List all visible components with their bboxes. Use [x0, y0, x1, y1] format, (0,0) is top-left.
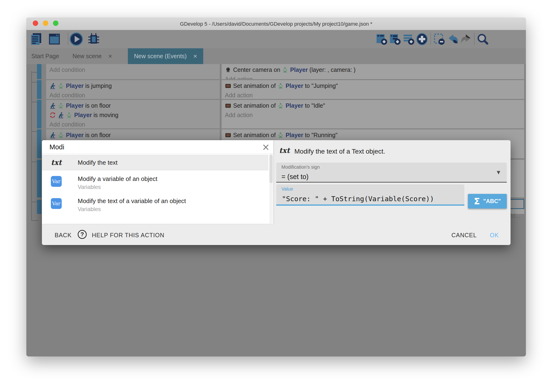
event-row[interactable]: Add conditionCenter camera on Player (la… — [26, 64, 526, 79]
event-line: Center camera on Player (layer: , camera… — [225, 65, 524, 74]
event-line: Add action — [225, 91, 524, 99]
add-link[interactable]: Add action — [225, 76, 253, 79]
event-text: (layer: , camera: ) — [308, 66, 356, 73]
add-comment-icon[interactable] — [402, 32, 415, 46]
help-button[interactable]: HELP FOR THIS ACTION — [90, 231, 166, 239]
add-link[interactable]: Add condition — [49, 92, 85, 99]
search-input[interactable] — [49, 142, 251, 152]
event-text: to "Running" — [303, 132, 338, 139]
help-icon[interactable]: ? — [78, 230, 87, 239]
project-manager-icon[interactable] — [29, 32, 44, 46]
field-value: = (set to) — [281, 173, 309, 181]
event-drag-handle[interactable] — [37, 160, 41, 197]
event-line: Set animation of Player to "Running" — [225, 130, 524, 140]
chevron-down-icon: ▼ — [497, 170, 500, 175]
event-text: Set animation of — [233, 132, 277, 139]
desktop: GDevelop 5 - /Users/david/Documents/GDev… — [0, 0, 552, 392]
add-link[interactable]: Add action — [225, 92, 253, 99]
search-bar: × — [42, 140, 273, 154]
list-item-subtitle: Variables — [78, 206, 101, 212]
animation-icon — [225, 132, 231, 138]
add-link[interactable]: Add condition — [49, 121, 85, 128]
conditions-cell[interactable]: Player is jumpingAdd condition — [46, 80, 220, 99]
tab-new-scene[interactable]: New scene × — [73, 48, 112, 64]
list-item-title: Modify the text — [78, 159, 117, 166]
add-new-icon[interactable] — [415, 32, 429, 46]
toolbar-divider — [430, 33, 431, 45]
list-item-title: Modify the text of a variable of an obje… — [78, 197, 186, 205]
play-icon[interactable] — [69, 32, 84, 46]
behavior-run-icon — [49, 103, 56, 109]
redo-icon[interactable] — [460, 32, 473, 46]
event-text: Set animation of — [233, 83, 277, 89]
list-item-modify-text-variable[interactable]: Var Modify the text of a variable of an … — [42, 193, 269, 215]
add-subevent-icon[interactable] — [389, 32, 401, 46]
player-icon — [58, 83, 64, 89]
dialog-header: Modify the text of a Text object. — [294, 148, 385, 155]
event-line: Player is on floor — [49, 101, 220, 110]
object-name: Player — [74, 112, 92, 119]
event-line: Add condition — [49, 65, 220, 74]
event-row[interactable]: Player is jumpingAdd conditionSet animat… — [26, 80, 526, 99]
value-input[interactable] — [281, 194, 458, 204]
add-link[interactable]: Add condition — [49, 66, 85, 73]
list-item-modify-text[interactable]: txt Modify the text — [42, 155, 269, 170]
actions-cell[interactable]: Set animation of Player to "Jumping"Add … — [222, 80, 524, 99]
object-name: Player — [66, 132, 84, 139]
close-tab-icon[interactable]: × — [193, 53, 197, 60]
event-drag-handle[interactable] — [37, 80, 41, 99]
animation-icon — [225, 83, 231, 89]
conditions-cell[interactable]: Add condition — [46, 64, 220, 79]
ok-button[interactable]: OK — [488, 231, 500, 239]
tab-start-page[interactable]: Start Page — [31, 48, 59, 64]
close-icon[interactable]: × — [262, 142, 270, 152]
list-scrollbar[interactable] — [269, 154, 273, 224]
abc-label: "ABC" — [483, 198, 501, 204]
delete-selection-icon[interactable] — [433, 32, 446, 46]
search-icon[interactable] — [476, 32, 489, 46]
event-text: is on floor — [84, 132, 111, 139]
conditions-cell[interactable]: Player is on floorPlayer is movingAdd co… — [46, 100, 220, 128]
tab-new-scene-events[interactable]: New scene (Events) × — [128, 48, 203, 64]
undo-icon[interactable] — [446, 32, 459, 46]
add-event-icon[interactable] — [375, 32, 388, 46]
event-row[interactable]: Player is on floorPlayer is movingAdd co… — [26, 100, 526, 128]
modification-sign-select[interactable]: Modification's sign = (set to) ▼ — [276, 162, 507, 182]
action-editor-dialog: × txt Modify the text Var Modify a varia… — [42, 140, 511, 245]
behavior-run-icon — [58, 112, 64, 118]
event-drag-handle[interactable] — [37, 64, 41, 79]
debug-icon[interactable] — [86, 32, 101, 46]
toolbar-divider — [474, 33, 475, 45]
object-name: Player — [66, 102, 84, 109]
event-line: Set animation of Player to "Jumping" — [225, 81, 524, 91]
object-name: Player — [286, 102, 303, 109]
add-link[interactable]: Add action — [225, 112, 253, 119]
player-icon — [282, 67, 288, 73]
object-name: Player — [286, 132, 303, 139]
scrollbar-thumb[interactable] — [269, 155, 273, 183]
event-line: Set animation of Player to "Idle" — [225, 101, 524, 110]
tab-label: New scene — [73, 53, 102, 60]
player-icon — [277, 83, 284, 89]
event-text: is jumping — [84, 83, 112, 89]
list-item-subtitle: Variables — [78, 184, 101, 190]
toolbar-divider — [68, 33, 68, 45]
event-drag-handle[interactable] — [37, 200, 41, 214]
window-title: GDevelop 5 - /Users/david/Documents/GDev… — [26, 18, 526, 30]
event-line: Player is jumping — [49, 81, 220, 91]
event-drag-handle[interactable] — [37, 129, 41, 158]
list-item-modify-variable[interactable]: Var Modify a variable of an object Varia… — [42, 171, 269, 193]
actions-cell[interactable]: Set animation of Player to "Idle"Add act… — [222, 100, 524, 128]
close-tab-icon[interactable]: × — [108, 53, 112, 60]
expression-builder-button[interactable]: Σ "ABC" — [468, 194, 507, 209]
back-button[interactable]: BACK — [53, 231, 73, 239]
txt-icon: txt — [49, 158, 63, 167]
actions-cell[interactable]: Center camera on Player (layer: , camera… — [222, 64, 524, 79]
event-drag-handle[interactable] — [37, 100, 41, 128]
tab-label: New scene (Events) — [134, 53, 187, 60]
camera-icon — [225, 67, 231, 73]
scene-editor-icon[interactable] — [47, 32, 62, 46]
player-icon — [58, 103, 64, 109]
object-name: Player — [290, 66, 308, 73]
cancel-button[interactable]: CANCEL — [450, 231, 478, 239]
